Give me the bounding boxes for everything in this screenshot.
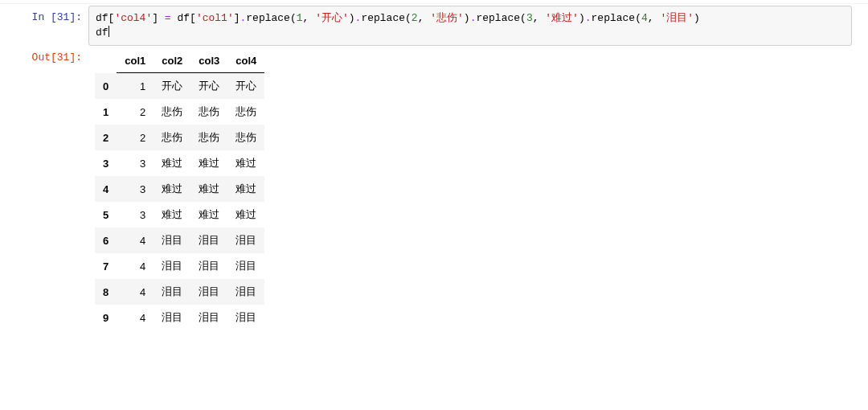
table-row: 12悲伤悲伤悲伤: [95, 99, 264, 125]
code-token: replace: [246, 12, 290, 24]
table-cell: 悲伤: [154, 125, 190, 150]
table-cell: 4: [117, 305, 154, 330]
code-token: ,: [303, 12, 316, 24]
table-row: 53难过难过难过: [95, 202, 264, 228]
table-cell: 2: [117, 125, 154, 150]
table-cell: 难过: [154, 150, 190, 176]
code-line-2: df: [96, 26, 845, 40]
table-cell: 泪目: [154, 279, 190, 305]
table-cell: 开心: [190, 73, 227, 100]
table-cell: 悲伤: [190, 125, 227, 150]
table-cell: 泪目: [154, 305, 190, 330]
table-cell: 开心: [154, 73, 190, 100]
code-token: (: [635, 12, 641, 24]
table-cell: 泪目: [190, 305, 227, 330]
row-index: 6: [95, 228, 117, 253]
table-cell: 2: [117, 99, 154, 125]
table-cell: 泪目: [227, 253, 264, 279]
table-cell: 泪目: [227, 228, 264, 253]
row-index: 3: [95, 150, 117, 176]
code-token: (: [290, 12, 297, 24]
table-cell: 泪目: [227, 279, 264, 305]
table-cell: 泪目: [190, 253, 227, 279]
out-prompt-label: Out[31]:: [0, 46, 88, 70]
code-token-string: '泪目': [660, 12, 694, 24]
code-chain: .replace(1, '开心').replace(2, '悲伤').repla…: [240, 12, 700, 24]
table-cell: 4: [117, 253, 154, 279]
table-cell: 泪目: [154, 253, 190, 279]
table-row: 74泪目泪目泪目: [95, 253, 264, 279]
table-row: 64泪目泪目泪目: [95, 228, 264, 253]
table-row: 94泪目泪目泪目: [95, 305, 264, 330]
code-token-number: 2: [411, 12, 418, 24]
code-token-string: '开心': [315, 12, 349, 24]
table-row: 01开心开心开心: [95, 73, 264, 100]
code-token: (: [405, 12, 411, 24]
table-cell: 悲伤: [190, 99, 227, 125]
code-token: ]: [152, 12, 158, 24]
column-header: col3: [190, 49, 227, 73]
table-cell: 难过: [190, 150, 227, 176]
table-cell: 难过: [154, 202, 190, 228]
row-index: 4: [95, 176, 117, 202]
code-token: ): [464, 12, 470, 24]
dataframe-table: col1 col2 col3 col4 01开心开心开心12悲伤悲伤悲伤22悲伤…: [95, 49, 264, 330]
table-row: 22悲伤悲伤悲伤: [95, 125, 264, 150]
cell-divider: [0, 3, 868, 4]
output-area: col1 col2 col3 col4 01开心开心开心12悲伤悲伤悲伤22悲伤…: [88, 46, 868, 337]
code-token: replace: [476, 12, 520, 24]
column-header: col2: [154, 49, 190, 73]
table-cell: 悲伤: [227, 125, 264, 150]
output-cell: Out[31]: col1 col2 col3 col4 01开心开心开心12悲…: [0, 46, 868, 337]
table-cell: 难过: [227, 150, 264, 176]
code-token-string: '悲伤': [430, 12, 464, 24]
table-cell: 难过: [227, 202, 264, 228]
code-token-operator: =: [165, 12, 171, 24]
row-index: 9: [95, 305, 117, 330]
table-row: 33难过难过难过: [95, 150, 264, 176]
table-cell: 开心: [227, 73, 264, 100]
code-token: ,: [418, 12, 431, 24]
code-token: [158, 12, 165, 24]
table-cell: 泪目: [154, 228, 190, 253]
code-token-operator: .: [585, 12, 592, 24]
code-token-number: 4: [641, 12, 648, 24]
code-token: df[: [177, 12, 195, 24]
table-cell: 3: [117, 150, 154, 176]
row-index: 0: [95, 73, 117, 100]
code-token-string: '难过': [545, 12, 579, 24]
table-cell: 泪目: [227, 305, 264, 330]
code-token: ): [694, 12, 700, 24]
notebook: In [31]: df['col4'] = df['col1'].replace…: [0, 0, 868, 337]
table-row: 84泪目泪目泪目: [95, 279, 264, 305]
code-token: replace: [361, 12, 405, 24]
table-cell: 难过: [190, 176, 227, 202]
table-cell: 难过: [190, 202, 227, 228]
table-cell: 3: [117, 202, 154, 228]
text-cursor: [108, 26, 109, 37]
code-token: ): [349, 12, 355, 24]
code-token: df[: [96, 12, 114, 24]
row-index: 7: [95, 253, 117, 279]
code-token: ,: [648, 12, 661, 24]
code-token: ): [579, 12, 585, 24]
table-header-row: col1 col2 col3 col4: [95, 49, 264, 73]
table-cell: 1: [117, 73, 154, 100]
table-cell: 4: [117, 279, 154, 305]
table-cell: 泪目: [190, 228, 227, 253]
column-header: col4: [227, 49, 264, 73]
in-prompt-label: In [31]:: [0, 6, 88, 30]
code-token-number: 1: [297, 12, 303, 24]
code-token-string: 'col4': [114, 12, 152, 24]
code-token: replace: [592, 12, 636, 24]
row-index: 5: [95, 202, 117, 228]
table-cell: 4: [117, 228, 154, 253]
row-index: 2: [95, 125, 117, 150]
code-token: ]: [234, 12, 240, 24]
code-token: ,: [533, 12, 546, 24]
table-cell: 难过: [154, 176, 190, 202]
code-token: df: [96, 27, 108, 39]
code-editor[interactable]: df['col4'] = df['col1'].replace(1, '开心')…: [88, 6, 852, 46]
table-cell: 难过: [227, 176, 264, 202]
row-index: 8: [95, 279, 117, 305]
